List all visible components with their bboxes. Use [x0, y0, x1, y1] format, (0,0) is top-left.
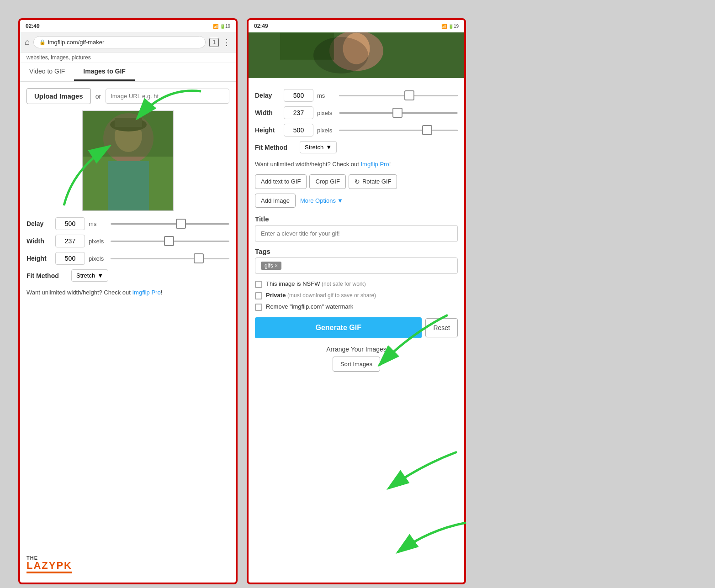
action-buttons-row: Add text to GIF Crop GIF ↻ Rotate GIF	[255, 174, 458, 189]
fit-method-row-left: Fit Method Stretch ▼	[26, 269, 229, 282]
private-checkbox-row: Private (must download gif to save or sh…	[255, 292, 458, 299]
left-phone: 02:49 📶 🔋19 ⌂ 🔒 imgflip.com/gif-maker 1 …	[18, 18, 238, 584]
fit-method-label-left: Fit Method	[26, 272, 68, 279]
height-slider-right[interactable]	[339, 126, 458, 135]
tab-count-left[interactable]: 1	[209, 38, 219, 47]
upload-images-button[interactable]: Upload Images	[26, 88, 91, 104]
crop-gif-button[interactable]: Crop GIF	[309, 174, 345, 189]
width-unit-left: pixels	[89, 238, 107, 245]
right-phone: 02:49 📶 🔋19 Delay ms	[247, 18, 466, 584]
delay-unit-right: ms	[317, 92, 335, 99]
checkbox-section: This image is NSFW (not safe for work) P…	[255, 280, 458, 311]
imgflip-pro-link-left[interactable]: Imgflip Pro	[132, 289, 161, 296]
generate-row: Generate GIF Reset	[255, 317, 458, 338]
delay-slider-left[interactable]	[111, 219, 229, 228]
width-label-right: Width	[255, 109, 280, 116]
height-slider-left[interactable]	[111, 254, 229, 263]
upload-row: Upload Images or	[26, 88, 229, 104]
rotate-gif-button[interactable]: ↻ Rotate GIF	[349, 174, 397, 189]
subtitle-left: websites, images, pictures	[20, 52, 236, 63]
tags-label: Tags	[255, 247, 458, 255]
logo-underline	[26, 572, 72, 573]
delay-label-left: Delay	[26, 220, 52, 227]
time-right: 02:49	[254, 23, 268, 29]
unlimited-text-left: Want unlimited width/height? Check out I…	[26, 288, 229, 297]
title-label: Title	[255, 215, 458, 223]
fit-method-select-right[interactable]: Stretch ▼	[300, 141, 337, 153]
delay-input-right[interactable]	[284, 89, 313, 102]
tab-bar-left: Video to GIF Images to GIF	[20, 63, 236, 82]
title-input[interactable]	[255, 225, 458, 242]
nsfw-checkbox-row: This image is NSFW (not safe for work)	[255, 280, 458, 288]
watermark-checkbox[interactable]	[255, 304, 262, 311]
status-icons-left: 📶 🔋19	[213, 24, 230, 29]
svg-point-12	[343, 33, 370, 64]
tags-section: Tags gifs ×	[255, 247, 458, 274]
svg-rect-13	[280, 33, 334, 60]
generate-gif-button[interactable]: Generate GIF	[255, 317, 422, 338]
status-bar-left: 02:49 📶 🔋19	[20, 20, 236, 32]
delay-row-right: Delay ms	[255, 89, 458, 102]
status-icons-right: 📶 🔋19	[441, 24, 459, 29]
lock-icon: 🔒	[39, 39, 46, 45]
height-unit-left: pixels	[89, 255, 107, 262]
delay-input-left[interactable]	[55, 217, 85, 230]
status-bar-right: 02:49 📶 🔋19	[249, 20, 464, 32]
fit-method-label-right: Fit Method	[255, 144, 296, 151]
private-checkbox[interactable]	[255, 292, 262, 299]
time-left: 02:49	[26, 23, 40, 29]
rotate-icon: ↻	[355, 178, 360, 185]
height-unit-right: pixels	[317, 127, 335, 134]
more-options-button[interactable]: More Options ▼	[300, 197, 343, 204]
image-url-input[interactable]	[106, 89, 229, 104]
add-image-button[interactable]: Add Image	[255, 194, 296, 208]
height-label-right: Height	[255, 126, 280, 134]
fit-method-select-left[interactable]: Stretch ▼	[71, 269, 108, 282]
width-row-right: Width pixels	[255, 106, 458, 119]
width-row-left: Width pixels	[26, 235, 229, 247]
tab-video-to-gif[interactable]: Video to GIF	[20, 63, 74, 81]
watermark-checkbox-row: Remove "imgflip.com" watermark	[255, 303, 458, 311]
nsfw-checkbox[interactable]	[255, 281, 262, 288]
url-bar-left[interactable]: 🔒 imgflip.com/gif-maker	[33, 36, 206, 48]
content-left: Upload Images or	[20, 82, 236, 305]
delay-slider-right[interactable]	[339, 91, 458, 100]
svg-rect-6	[83, 111, 174, 157]
content-right: Delay ms Width pixels	[249, 84, 464, 382]
width-unit-right: pixels	[317, 110, 335, 116]
reset-button[interactable]: Reset	[425, 318, 458, 337]
arrange-title: Arrange Your Images	[255, 346, 458, 353]
title-section: Title	[255, 215, 458, 242]
dropdown-chevron-right: ▼	[326, 144, 332, 151]
height-row-right: Height pixels	[255, 124, 458, 136]
width-slider-right[interactable]	[339, 108, 458, 117]
delay-row-left: Delay ms	[26, 217, 229, 230]
delay-unit-left: ms	[89, 220, 107, 227]
add-image-row: Add Image More Options ▼	[255, 194, 458, 208]
url-text-left: imgflip.com/gif-maker	[48, 39, 105, 46]
home-icon[interactable]: ⌂	[25, 37, 30, 47]
preview-image-left	[82, 110, 174, 211]
menu-dots-left[interactable]: ⋮	[222, 37, 231, 47]
width-slider-left[interactable]	[111, 236, 229, 246]
width-input-left[interactable]	[55, 235, 85, 247]
sort-images-button[interactable]: Sort Images	[333, 357, 380, 372]
or-text: or	[95, 93, 101, 100]
arrange-section: Arrange Your Images Sort Images	[255, 346, 458, 372]
unlimited-text-right: Want unlimited width/height? Check out I…	[255, 160, 458, 169]
width-input-right[interactable]	[284, 106, 313, 119]
height-input-right[interactable]	[284, 124, 313, 136]
delay-label-right: Delay	[255, 92, 280, 99]
add-text-to-gif-button[interactable]: Add text to GIF	[255, 174, 307, 189]
tag-chip-gifs[interactable]: gifs ×	[261, 262, 281, 270]
preview-image-container-left	[26, 110, 229, 211]
fit-method-row-right: Fit Method Stretch ▼	[255, 141, 458, 153]
height-label-left: Height	[26, 255, 52, 262]
tags-input-area[interactable]: gifs ×	[255, 257, 458, 274]
tab-images-to-gif[interactable]: Images to GIF	[74, 63, 135, 81]
imgflip-pro-link-right[interactable]: Imgflip Pro	[361, 161, 389, 168]
logo-lazypk: LAZYPK	[26, 561, 72, 571]
browser-bar-left[interactable]: ⌂ 🔒 imgflip.com/gif-maker 1 ⋮	[20, 32, 236, 52]
dropdown-chevron-left: ▼	[97, 272, 103, 279]
height-input-left[interactable]	[55, 252, 85, 265]
